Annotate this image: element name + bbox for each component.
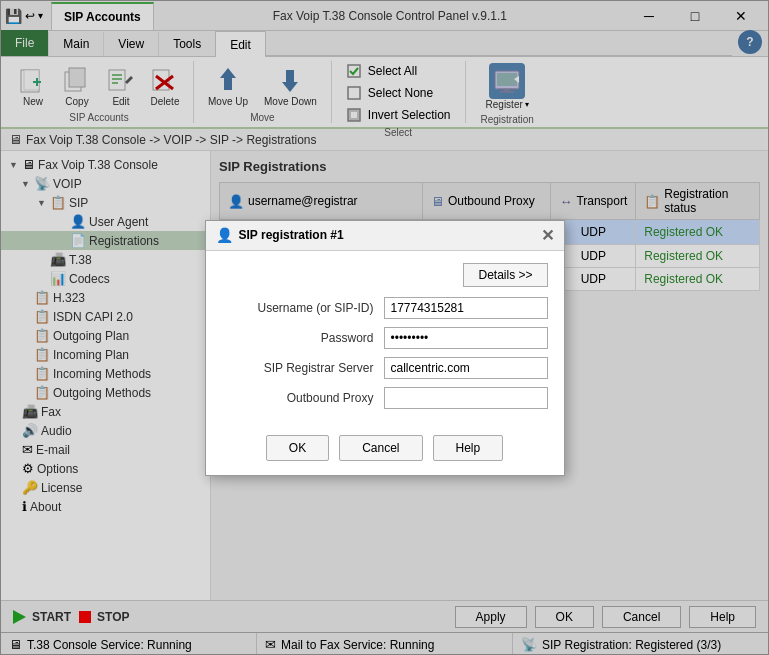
dialog-body: Details >> Username (or SIP-ID) Password…: [206, 251, 564, 429]
dialog-cancel-button[interactable]: Cancel: [339, 435, 422, 461]
dialog-buttons: OK Cancel Help: [206, 429, 564, 475]
dialog-ok-button[interactable]: OK: [266, 435, 329, 461]
outbound-input[interactable]: [384, 387, 548, 409]
dialog-titlebar: 👤 SIP registration #1 ✕: [206, 221, 564, 251]
dialog-overlay: 👤 SIP registration #1 ✕ Details >> Usern…: [0, 0, 769, 655]
registrar-label: SIP Registrar Server: [222, 361, 384, 375]
details-button[interactable]: Details >>: [463, 263, 547, 287]
dialog-title: SIP registration #1: [239, 228, 344, 242]
dialog-close-button[interactable]: ✕: [541, 226, 554, 245]
registrar-input[interactable]: [384, 357, 548, 379]
dialog: 👤 SIP registration #1 ✕ Details >> Usern…: [205, 220, 565, 476]
password-label: Password: [222, 331, 384, 345]
password-row: Password: [222, 327, 548, 349]
dialog-help-button[interactable]: Help: [433, 435, 504, 461]
outbound-label: Outbound Proxy: [222, 391, 384, 405]
username-label: Username (or SIP-ID): [222, 301, 384, 315]
username-input[interactable]: [384, 297, 548, 319]
username-row: Username (or SIP-ID): [222, 297, 548, 319]
outbound-row: Outbound Proxy: [222, 387, 548, 409]
password-input[interactable]: [384, 327, 548, 349]
registrar-row: SIP Registrar Server: [222, 357, 548, 379]
